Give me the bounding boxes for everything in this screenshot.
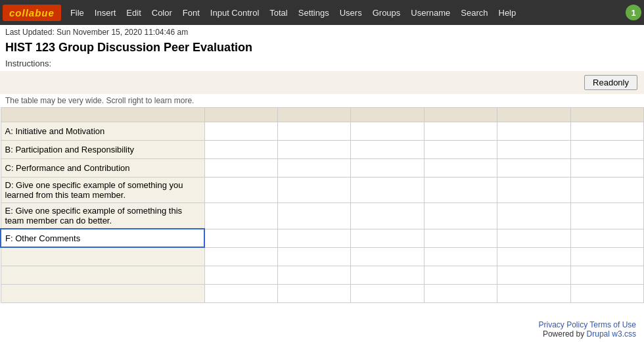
- table-row: E: Give one specific example of somethin…: [1, 203, 644, 229]
- row-label-2: C: Performance and Contribution: [1, 159, 204, 178]
- nav-username[interactable]: Username: [405, 5, 455, 20]
- row-label-4: E: Give one specific example of somethin…: [1, 203, 204, 229]
- privacy-policy-link[interactable]: Privacy Policy: [539, 320, 588, 329]
- data-cell-r2-c0[interactable]: [204, 159, 277, 178]
- nav-users[interactable]: Users: [334, 5, 367, 20]
- extra-row-label-2: [1, 284, 204, 302]
- readonly-bar: Readonly: [0, 71, 644, 94]
- data-cell-r2-c4[interactable]: [497, 159, 570, 178]
- data-cell-r1-c0[interactable]: [204, 141, 277, 159]
- extra-row: [1, 266, 644, 284]
- data-cell-r3-c2[interactable]: [351, 178, 424, 203]
- data-cell-r5-c2[interactable]: [351, 229, 424, 247]
- logo-text: collab: [9, 7, 41, 18]
- data-cell-r1-c3[interactable]: [424, 141, 497, 159]
- data-cell-r1-c2[interactable]: [351, 141, 424, 159]
- extra-cell-r2-c2[interactable]: [351, 284, 424, 302]
- nav-help[interactable]: Help: [494, 5, 522, 20]
- extra-cell-r2-c4[interactable]: [497, 284, 570, 302]
- nav-color[interactable]: Color: [147, 5, 177, 20]
- extra-cell-r2-c3[interactable]: [424, 284, 497, 302]
- w3css-link[interactable]: w3.css: [612, 329, 636, 339]
- footer: Privacy Policy Terms of Use Powered by D…: [0, 316, 644, 343]
- extra-cell-r2-c1[interactable]: [277, 284, 350, 302]
- data-cell-r1-c5[interactable]: [570, 141, 643, 159]
- header-col-2: [277, 108, 350, 122]
- data-cell-r1-c1[interactable]: [277, 141, 350, 159]
- extra-cell-r0-c1[interactable]: [277, 247, 350, 266]
- data-cell-r0-c3[interactable]: [424, 122, 497, 141]
- data-cell-r0-c4[interactable]: [497, 122, 570, 141]
- data-cell-r3-c5[interactable]: [570, 178, 643, 203]
- nav-settings[interactable]: Settings: [293, 5, 334, 20]
- data-cell-r3-c4[interactable]: [497, 178, 570, 203]
- data-cell-r4-c1[interactable]: [277, 203, 350, 229]
- powered-by: Powered by Drupal w3.css: [8, 329, 636, 339]
- data-cell-r4-c4[interactable]: [497, 203, 570, 229]
- extra-cell-r0-c0[interactable]: [204, 247, 277, 266]
- data-cell-r3-c1[interactable]: [277, 178, 350, 203]
- data-cell-r3-c3[interactable]: [424, 178, 497, 203]
- data-cell-r2-c3[interactable]: [424, 159, 497, 178]
- row-label-5[interactable]: F: Other Comments: [1, 229, 204, 247]
- extra-cell-r2-c5[interactable]: [570, 284, 643, 302]
- nav-search[interactable]: Search: [455, 5, 493, 20]
- extra-cell-r0-c2[interactable]: [351, 247, 424, 266]
- data-cell-r4-c5[interactable]: [570, 203, 643, 229]
- evaluation-table: A: Initiative and MotivationB: Participa…: [0, 107, 644, 303]
- data-cell-r2-c1[interactable]: [277, 159, 350, 178]
- nav-total[interactable]: Total: [264, 5, 292, 20]
- data-cell-r5-c4[interactable]: [497, 229, 570, 247]
- navbar: collabue File Insert Edit Color Font Inp…: [0, 0, 644, 25]
- data-cell-r5-c1[interactable]: [277, 229, 350, 247]
- extra-cell-r1-c2[interactable]: [351, 266, 424, 284]
- drupal-link[interactable]: Drupal: [587, 329, 610, 339]
- header-label-col: [1, 108, 204, 122]
- user-badge[interactable]: 1: [626, 5, 641, 20]
- table-row: D: Give one specific example of somethin…: [1, 178, 644, 203]
- nav-file[interactable]: File: [65, 5, 89, 20]
- last-updated: Last Updated: Sun November 15, 2020 11:0…: [0, 25, 644, 38]
- data-cell-r4-c0[interactable]: [204, 203, 277, 229]
- nav-edit[interactable]: Edit: [121, 5, 146, 20]
- extra-cell-r0-c4[interactable]: [497, 247, 570, 266]
- data-cell-r2-c5[interactable]: [570, 159, 643, 178]
- logo-accent: ue: [41, 7, 55, 18]
- extra-cell-r0-c3[interactable]: [424, 247, 497, 266]
- terms-of-use-link[interactable]: Terms of Use: [589, 320, 636, 329]
- data-cell-r2-c2[interactable]: [351, 159, 424, 178]
- data-cell-r5-c5[interactable]: [570, 229, 643, 247]
- nav-input-control[interactable]: Input Control: [205, 5, 264, 20]
- header-col-1: [204, 108, 277, 122]
- data-cell-r0-c2[interactable]: [351, 122, 424, 141]
- instructions-label: Instructions:: [0, 57, 644, 71]
- header-col-5: [497, 108, 570, 122]
- readonly-button[interactable]: Readonly: [584, 75, 637, 90]
- extra-row: [1, 284, 644, 302]
- extra-cell-r1-c5[interactable]: [570, 266, 643, 284]
- data-cell-r0-c1[interactable]: [277, 122, 350, 141]
- extra-row-label-0: [1, 247, 204, 266]
- data-cell-r5-c0[interactable]: [204, 229, 277, 247]
- extra-cell-r0-c5[interactable]: [570, 247, 643, 266]
- scroll-hint: The table may be very wide. Scroll right…: [0, 94, 644, 107]
- header-col-3: [351, 108, 424, 122]
- data-cell-r1-c4[interactable]: [497, 141, 570, 159]
- extra-cell-r1-c0[interactable]: [204, 266, 277, 284]
- extra-cell-r1-c3[interactable]: [424, 266, 497, 284]
- data-cell-r5-c3[interactable]: [424, 229, 497, 247]
- data-cell-r0-c0[interactable]: [204, 122, 277, 141]
- extra-cell-r2-c0[interactable]: [204, 284, 277, 302]
- nav-insert[interactable]: Insert: [89, 5, 122, 20]
- nav-groups[interactable]: Groups: [367, 5, 406, 20]
- data-cell-r0-c5[interactable]: [570, 122, 643, 141]
- table-row: F: Other Comments: [1, 229, 644, 247]
- extra-cell-r1-c4[interactable]: [497, 266, 570, 284]
- data-cell-r3-c0[interactable]: [204, 178, 277, 203]
- data-cell-r4-c3[interactable]: [424, 203, 497, 229]
- table-row: A: Initiative and Motivation: [1, 122, 644, 141]
- brand-logo[interactable]: collabue: [3, 5, 61, 21]
- extra-cell-r1-c1[interactable]: [277, 266, 350, 284]
- data-cell-r4-c2[interactable]: [351, 203, 424, 229]
- nav-font[interactable]: Font: [177, 5, 205, 20]
